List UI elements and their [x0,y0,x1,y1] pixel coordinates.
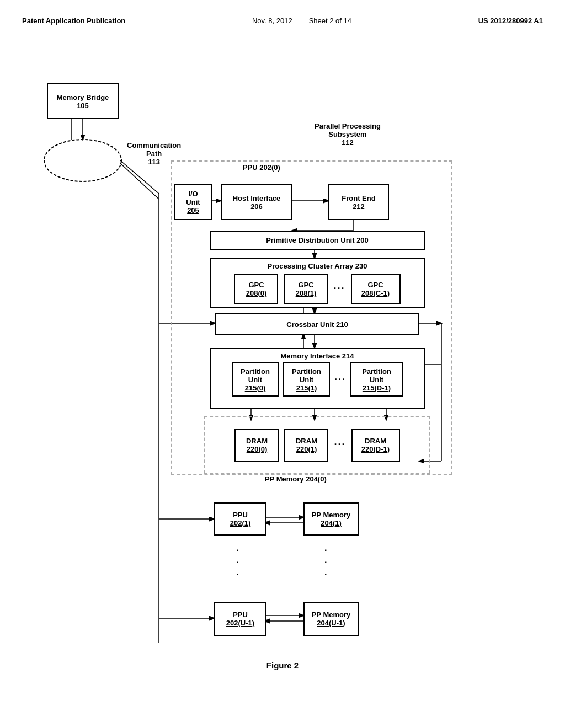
partition-1-box: Partition Unit 215(1) [283,362,330,397]
pp-mem-1-box: PP Memory 204(1) [303,502,359,536]
proc-cluster-label: Processing Cluster Array 230 [268,262,367,270]
page: Patent Application Publication Nov. 8, 2… [0,0,565,728]
pp-memory-0-box: DRAM 220(0) DRAM 220(1) ··· DRAM 220(D-1… [204,416,430,474]
memory-bridge-box: Memory Bridge 105 [47,83,119,119]
ppu-u1-box: PPU 202(U-1) [214,602,266,636]
header-publication: Patent Application Publication [22,17,125,25]
svg-line-4 [120,163,159,199]
pp-mem-0-label: PP Memory 204(0) [265,475,327,483]
header-sheet: Sheet 2 of 14 [309,17,351,25]
dots-ppu-2: · [236,558,241,568]
dots-mem-2: · [324,558,329,568]
header-date: Nov. 8, 2012 [252,17,292,25]
crossbar-box: Crossbar Unit 210 [215,313,419,335]
proc-cluster-box: Processing Cluster Array 230 GPC 208(0) … [210,258,425,308]
prim-dist-label: Primitive Distribution Unit 200 [266,236,369,244]
dots-ppu-1: · [236,545,241,555]
prim-dist-box: Primitive Distribution Unit 200 [210,231,425,250]
header-patent: US 2012/280992 A1 [478,17,543,25]
memory-bridge-label: Memory Bridge [57,93,109,101]
gpc-1-box: GPC 208(1) [284,274,328,304]
mem-iface-outer: Memory Interface 214 Partition Unit 215(… [210,348,425,409]
memory-bridge-num: 105 [77,101,89,110]
partition-0-box: Partition Unit 215(0) [232,362,279,397]
dram-1-box: DRAM 220(1) [284,429,328,462]
ppu-subsystem-label: Parallel Processing Subsystem 112 [315,122,381,147]
dots-mem-3: · [324,570,329,580]
partition-d1-box: Partition Unit 215(D-1) [350,362,403,397]
dram-0-box: DRAM 220(0) [234,429,279,462]
gpc-c1-box: GPC 208(C-1) [351,274,401,304]
host-interface-box: Host Interface 206 [221,184,292,220]
dots-ppu-3: · [236,570,241,580]
dram-d1-box: DRAM 220(D-1) [351,429,400,462]
svg-point-0 [44,140,121,181]
crossbar-label: Crossbar Unit 210 [286,320,348,329]
io-unit-box: I/O Unit 205 [174,184,212,220]
pp-mem-u1-box: PP Memory 204(U-1) [303,602,359,636]
page-header: Patent Application Publication Nov. 8, 2… [22,11,543,36]
ppu-0-label: PPU 202(0) [243,163,280,172]
figure-caption: Figure 2 [22,661,543,670]
diagram: Memory Bridge 105 Communication Path 113… [22,53,543,687]
front-end-box: Front End 212 [328,184,389,220]
mem-iface-label: Memory Interface 214 [281,352,354,360]
ppu-1-box: PPU 202(1) [214,502,266,536]
dots-mem-1: · [324,545,329,555]
gpc-0-box: GPC 208(0) [234,274,278,304]
